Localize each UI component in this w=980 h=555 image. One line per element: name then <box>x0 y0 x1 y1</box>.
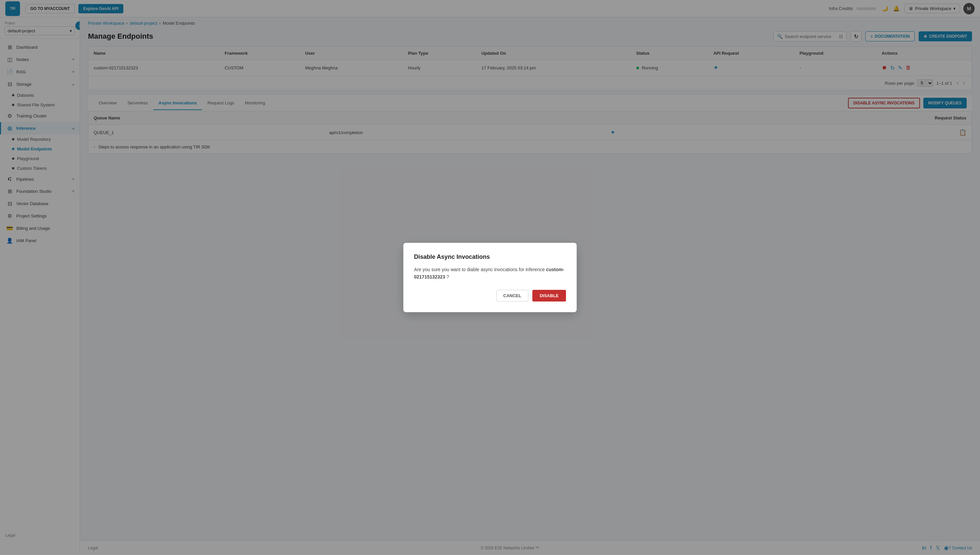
modal-overlay[interactable]: Disable Async Invocations Are you sure y… <box>0 0 980 555</box>
modal-body-prefix: Are you sure you want to diable async in… <box>414 267 546 272</box>
modal-cancel-button[interactable]: CANCEL <box>496 290 528 302</box>
modal-actions: CANCEL DISABLE <box>414 290 566 302</box>
modal-body-suffix: ? <box>445 274 449 279</box>
modal-body: Are you sure you want to diable async in… <box>414 266 566 281</box>
modal-dialog: Disable Async Invocations Are you sure y… <box>403 243 577 313</box>
modal-title: Disable Async Invocations <box>414 253 566 260</box>
modal-disable-button[interactable]: DISABLE <box>532 290 566 302</box>
